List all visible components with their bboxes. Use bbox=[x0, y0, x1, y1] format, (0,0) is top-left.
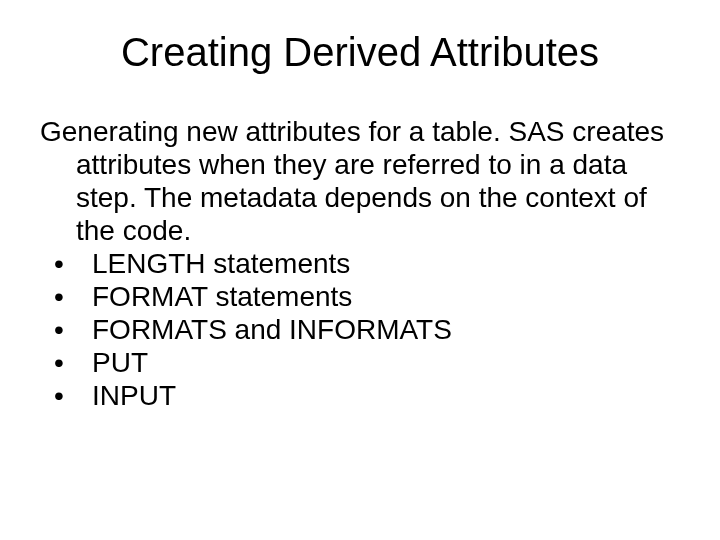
list-item: INPUT bbox=[40, 379, 680, 412]
bullet-list: LENGTH statements FORMAT statements FORM… bbox=[40, 247, 680, 412]
slide: Creating Derived Attributes Generating n… bbox=[0, 0, 720, 540]
list-item: FORMAT statements bbox=[40, 280, 680, 313]
intro-paragraph: Generating new attributes for a table. S… bbox=[40, 115, 680, 247]
slide-body: Generating new attributes for a table. S… bbox=[40, 115, 680, 412]
list-item: PUT bbox=[40, 346, 680, 379]
list-item: LENGTH statements bbox=[40, 247, 680, 280]
list-item: FORMATS and INFORMATS bbox=[40, 313, 680, 346]
slide-title: Creating Derived Attributes bbox=[40, 30, 680, 75]
